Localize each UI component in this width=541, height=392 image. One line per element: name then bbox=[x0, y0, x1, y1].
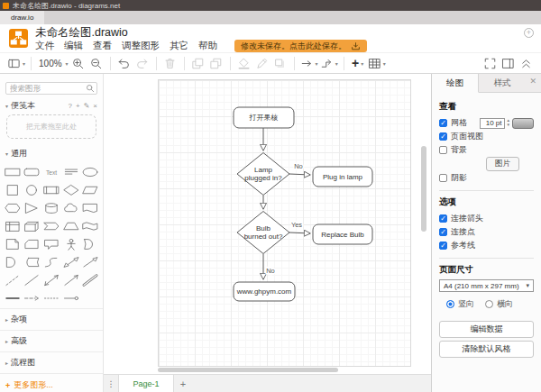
zoom-out-button[interactable] bbox=[88, 55, 105, 71]
checkbox-网格[interactable]: ✓ bbox=[439, 119, 447, 127]
shape-textbox[interactable] bbox=[61, 163, 81, 180]
menu-其它[interactable]: 其它 bbox=[170, 40, 188, 52]
shape-rectangle[interactable] bbox=[3, 163, 23, 180]
horizontal-scrollbar[interactable] bbox=[158, 368, 338, 372]
zoom-in-button[interactable] bbox=[70, 55, 87, 71]
grid-size-stepper[interactable]: ▲▼ bbox=[507, 119, 510, 127]
shape-labeled-connector[interactable] bbox=[61, 289, 81, 306]
shape-line[interactable] bbox=[23, 271, 42, 288]
search-input[interactable] bbox=[5, 82, 97, 95]
shape-directional-connector[interactable] bbox=[61, 271, 81, 288]
shape-ellipse[interactable] bbox=[80, 163, 100, 180]
shape-bidirectional-arrow[interactable] bbox=[61, 253, 81, 270]
shape-step[interactable] bbox=[41, 217, 61, 234]
section-流程图[interactable]: ▸流程图 bbox=[0, 351, 103, 373]
shape-card[interactable] bbox=[23, 235, 42, 252]
shape-circle[interactable] bbox=[23, 181, 42, 198]
checkbox-页面视图[interactable]: ✓ bbox=[439, 132, 447, 141]
scratchpad-dropzone[interactable]: 把元素拖至此处 bbox=[6, 114, 96, 139]
diagram-node-bulb[interactable]: Bulbburned out? bbox=[237, 212, 289, 254]
collapse-expand-button[interactable] bbox=[518, 55, 534, 71]
shape-data-storage[interactable] bbox=[23, 253, 42, 270]
format-tab-样式[interactable]: 样式 bbox=[479, 74, 526, 92]
shape-or[interactable] bbox=[80, 235, 100, 252]
more-shapes-button[interactable]: + 更多图形... bbox=[0, 373, 103, 392]
diagram-node-plug[interactable]: Plug in lamp bbox=[313, 167, 372, 187]
shape-hexagon[interactable] bbox=[3, 199, 23, 216]
menu-帮助[interactable]: 帮助 bbox=[198, 40, 217, 52]
shape-document[interactable] bbox=[80, 199, 100, 216]
checkbox-连接点[interactable]: ✓ bbox=[439, 228, 447, 236]
menu-查看[interactable]: 查看 bbox=[93, 40, 112, 52]
unsaved-changes-banner[interactable]: 修改未保存。点击此处保存。 bbox=[234, 40, 367, 52]
checkbox-阴影[interactable] bbox=[439, 174, 447, 182]
insert-button[interactable]: +▾ bbox=[350, 55, 366, 71]
undo-button[interactable] bbox=[116, 55, 133, 71]
radio-横向[interactable]: 横向 bbox=[485, 298, 513, 310]
diagram-node-site[interactable]: www.ghpym.com bbox=[234, 282, 295, 301]
checkbox-连接箭头[interactable]: ✓ bbox=[439, 214, 447, 223]
format-panel-button[interactable] bbox=[500, 55, 516, 71]
format-tab-绘图[interactable]: 绘图 bbox=[432, 74, 479, 93]
shape-diamond[interactable] bbox=[61, 181, 81, 198]
shape-parallelogram[interactable] bbox=[80, 181, 100, 198]
scratchpad-close-icon[interactable]: × bbox=[93, 102, 97, 110]
shape-thick-link[interactable] bbox=[3, 289, 23, 306]
section-general[interactable]: ▾ 通用 bbox=[0, 144, 103, 161]
shape-trapezoid[interactable] bbox=[61, 217, 81, 234]
menu-调整图形[interactable]: 调整图形 bbox=[122, 40, 160, 52]
plus-circle-icon[interactable]: + bbox=[524, 28, 534, 38]
diagram-edge[interactable]: No bbox=[289, 162, 310, 175]
shape-note[interactable] bbox=[3, 235, 23, 252]
shape-cube[interactable] bbox=[23, 217, 42, 234]
shape-arrow[interactable] bbox=[80, 253, 100, 270]
scratchpad-edit-icon[interactable]: ✎ bbox=[84, 102, 90, 110]
image-button[interactable]: 图片 bbox=[486, 157, 519, 171]
search-icon[interactable] bbox=[86, 80, 95, 96]
vertical-scrollbar[interactable] bbox=[421, 146, 426, 232]
shape-text[interactable]: Text bbox=[41, 163, 61, 180]
menu-文件[interactable]: 文件 bbox=[35, 40, 54, 52]
scratchpad-header[interactable]: ▾ 便笺本 ?+✎× bbox=[0, 97, 103, 114]
shape-actor[interactable] bbox=[61, 235, 81, 252]
shape-callout[interactable] bbox=[41, 235, 61, 252]
zoom-level[interactable]: 100%▾ bbox=[37, 55, 69, 71]
shape-dotted-connector[interactable] bbox=[41, 289, 61, 306]
scratchpad-add-icon[interactable]: + bbox=[76, 102, 80, 110]
radio-竖向[interactable]: 竖向 bbox=[446, 298, 474, 310]
diagram-options-button[interactable]: ▾ bbox=[7, 55, 25, 71]
shape-bidirectional-connector[interactable] bbox=[41, 271, 61, 288]
fullscreen-button[interactable] bbox=[481, 55, 498, 71]
grid-size-input[interactable] bbox=[480, 118, 505, 129]
page-tab[interactable]: Page-1 bbox=[118, 375, 174, 392]
shape-dashed-connector[interactable] bbox=[23, 289, 42, 306]
section-杂项[interactable]: ▸杂项 bbox=[0, 308, 103, 330]
shape-cloud[interactable] bbox=[61, 199, 81, 216]
page-size-select[interactable]: A4 (210 mm x 297 mm)▾ bbox=[439, 279, 534, 292]
drawing-canvas[interactable]: NoYesNo打开果核Lampplugged in?Plug in lampBu… bbox=[104, 74, 431, 392]
waypoints-button[interactable]: ▾ bbox=[320, 55, 338, 71]
shape-curve[interactable] bbox=[41, 253, 61, 270]
grid-color-button[interactable] bbox=[512, 118, 534, 129]
shape-rounded-rectangle[interactable] bbox=[23, 163, 42, 180]
diagram-node-replace[interactable]: Replace Bulb bbox=[313, 224, 372, 244]
checkbox-参考线[interactable]: ✓ bbox=[439, 242, 447, 250]
shape-tape[interactable] bbox=[80, 217, 100, 234]
shape-process[interactable] bbox=[41, 181, 61, 198]
pages-menu-icon[interactable]: ⋮ bbox=[104, 375, 118, 392]
diagram-edge[interactable]: No bbox=[263, 254, 275, 279]
shape-internal-storage[interactable] bbox=[3, 217, 23, 234]
panel-button-编辑数据[interactable]: 编辑数据 bbox=[439, 321, 534, 338]
connection-button[interactable]: ▾ bbox=[300, 55, 318, 71]
diagram-node-lamp[interactable]: Lampplugged in? bbox=[237, 153, 289, 196]
scratchpad-help-icon[interactable]: ? bbox=[69, 102, 72, 110]
shape-cylinder[interactable] bbox=[41, 199, 61, 216]
table-button[interactable]: ▾ bbox=[368, 55, 386, 71]
diagram-edge[interactable]: Yes bbox=[289, 221, 310, 233]
diagram-node-start[interactable]: 打开果核 bbox=[234, 107, 294, 128]
shape-link[interactable] bbox=[80, 271, 100, 288]
browser-tab-drawio[interactable]: draw.io bbox=[0, 11, 44, 24]
shape-triangle[interactable] bbox=[23, 199, 42, 216]
add-page-button[interactable]: + bbox=[174, 375, 192, 392]
shape-square[interactable] bbox=[3, 181, 23, 198]
